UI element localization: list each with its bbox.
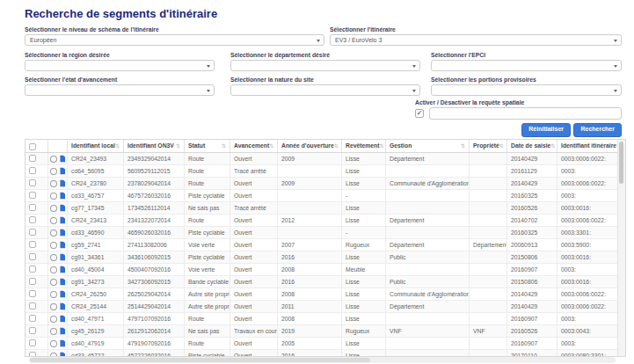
column-header[interactable]: Revêtement⇅ — [342, 140, 386, 152]
comment-icon[interactable] — [50, 217, 57, 224]
column-header[interactable]: Propriété⇅ — [470, 140, 507, 152]
row-checkbox[interactable] — [29, 229, 36, 236]
itinerary-select[interactable]: EV3 / EuroVelo 3 — [330, 34, 622, 46]
comment-icon[interactable] — [50, 303, 57, 310]
table-cell: CR24_23493 — [68, 153, 124, 164]
spatial-query-checkbox[interactable] — [415, 109, 424, 118]
search-button[interactable]: Rechercher — [573, 123, 622, 137]
file-icon[interactable] — [60, 229, 65, 237]
table-row: cg77_173451734526112014Ne sais pasTracé … — [26, 202, 625, 215]
row-actions-cell — [48, 251, 68, 263]
horizontal-scrollbar-thumb[interactable] — [30, 358, 370, 362]
table-cell: cg91_34273 — [68, 276, 124, 288]
sort-icon[interactable]: ⇅ — [461, 140, 465, 152]
file-icon[interactable] — [60, 327, 65, 335]
table-cell: 0003:5900: — [557, 239, 620, 251]
table-cell: 4572226032016 — [124, 350, 185, 357]
column-header[interactable]: Statut⇅ — [185, 140, 230, 152]
sort-icon[interactable]: ⇅ — [269, 140, 273, 152]
file-icon[interactable] — [60, 290, 65, 298]
comment-icon[interactable] — [50, 340, 57, 347]
table-cell: 0003: — [557, 190, 620, 201]
comment-icon[interactable] — [50, 193, 57, 200]
schema-level-select[interactable]: Européen — [25, 34, 324, 46]
avancement-select[interactable] — [25, 84, 215, 96]
file-icon[interactable] — [60, 339, 65, 347]
sort-icon[interactable]: ⇅ — [499, 140, 504, 152]
spatial-query-input[interactable] — [429, 107, 622, 120]
row-select-cell — [26, 153, 48, 164]
nature-site-select[interactable] — [230, 84, 420, 96]
row-checkbox[interactable] — [29, 167, 36, 174]
row-checkbox[interactable] — [29, 216, 36, 223]
horizontal-scrollbar[interactable] — [29, 357, 616, 363]
comment-icon[interactable] — [50, 156, 57, 163]
row-checkbox[interactable] — [29, 192, 36, 199]
comment-icon[interactable] — [50, 168, 57, 175]
region-select[interactable] — [25, 60, 215, 71]
comment-icon[interactable] — [50, 266, 57, 273]
table-cell — [386, 165, 470, 177]
file-icon[interactable] — [60, 266, 65, 273]
row-checkbox[interactable] — [29, 302, 36, 309]
row-actions-cell — [48, 350, 68, 357]
row-checkbox[interactable] — [29, 155, 36, 162]
file-icon[interactable] — [60, 179, 65, 187]
row-checkbox[interactable] — [29, 204, 36, 211]
vertical-scrollbar-thumb[interactable] — [619, 142, 623, 184]
row-checkbox[interactable] — [29, 339, 36, 346]
file-icon[interactable] — [60, 216, 65, 224]
table-cell: 20160325 — [507, 227, 557, 238]
column-header[interactable]: Date de saisie⇅ — [507, 140, 557, 152]
file-icon[interactable] — [60, 302, 65, 310]
row-checkbox[interactable] — [29, 327, 36, 334]
row-checkbox[interactable] — [29, 315, 36, 322]
sort-icon[interactable]: ⇅ — [115, 140, 120, 152]
table-cell: Lisse — [342, 165, 386, 177]
comment-icon[interactable] — [50, 279, 57, 286]
comment-icon[interactable] — [50, 254, 57, 261]
comment-icon[interactable] — [50, 180, 57, 187]
comment-icon[interactable] — [50, 242, 57, 249]
column-header[interactable]: Année d'ouverture⇅ — [278, 140, 342, 152]
column-header[interactable]: Identifiant local⇅ — [68, 140, 124, 152]
table-cell: 2341322072014 — [124, 215, 185, 226]
row-checkbox[interactable] — [29, 290, 36, 297]
row-checkbox[interactable] — [29, 266, 36, 273]
row-checkbox[interactable] — [29, 278, 36, 285]
table-row: cg45_261292612912062014Ne sais pasTravau… — [26, 325, 625, 338]
sort-icon[interactable]: ⇅ — [334, 140, 339, 152]
sort-icon[interactable]: ⇅ — [550, 140, 555, 152]
file-icon[interactable] — [60, 192, 65, 200]
row-checkbox[interactable] — [29, 241, 36, 248]
epci-select[interactable] — [431, 60, 622, 71]
vertical-scrollbar[interactable] — [617, 140, 625, 356]
sort-icon[interactable]: ⇅ — [222, 140, 226, 152]
sort-icon[interactable]: ⇅ — [380, 140, 384, 152]
column-header[interactable]: Avancement⇅ — [230, 140, 278, 152]
column-header[interactable]: Identifiant ON3V⇅ — [124, 140, 185, 152]
row-checkbox[interactable] — [29, 179, 36, 186]
file-icon[interactable] — [60, 315, 65, 323]
reset-button[interactable]: Réinitialiser — [521, 123, 571, 137]
table-cell: Lisse — [342, 301, 386, 312]
comment-icon[interactable] — [50, 328, 57, 335]
select-all-checkbox[interactable] — [29, 143, 36, 150]
departement-select[interactable] — [230, 60, 420, 71]
file-icon[interactable] — [60, 204, 65, 212]
comment-icon[interactable] — [50, 316, 57, 323]
file-icon[interactable] — [60, 278, 65, 286]
table-cell — [386, 264, 470, 275]
comment-icon[interactable] — [50, 205, 57, 212]
column-header[interactable]: Gestion⇅ — [386, 140, 470, 152]
comment-icon[interactable] — [50, 291, 57, 298]
portions-select[interactable] — [431, 84, 622, 96]
column-header[interactable]: Identifiant itinéraire⇅ — [557, 140, 620, 152]
sort-icon[interactable]: ⇅ — [176, 140, 180, 152]
file-icon[interactable] — [60, 253, 65, 261]
file-icon[interactable] — [60, 167, 65, 175]
row-checkbox[interactable] — [29, 253, 36, 260]
file-icon[interactable] — [60, 241, 65, 249]
comment-icon[interactable] — [50, 229, 57, 237]
file-icon[interactable] — [60, 155, 65, 163]
